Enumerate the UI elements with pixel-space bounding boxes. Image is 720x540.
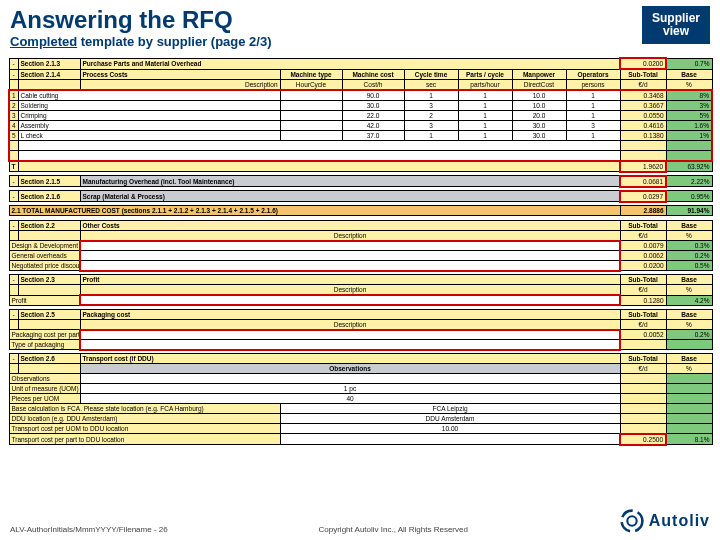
cell: 0.4616	[620, 121, 666, 131]
cell: 1	[458, 101, 512, 111]
section-label: Manufacturing Overhead (incl. Tool Maint…	[80, 176, 620, 187]
row-num: 1	[9, 90, 18, 101]
col-setup: Sub-Total	[620, 69, 666, 80]
col: Sub-Total	[620, 275, 666, 285]
svg-point-0	[621, 511, 642, 532]
unit: HourCycle	[280, 80, 342, 91]
section-id: Section 2.2	[18, 220, 80, 230]
section-total-label: 2.1 TOTAL MANUFACTURED COST (sections 2.…	[9, 205, 620, 215]
cell: 3	[404, 121, 458, 131]
section-id: Section 2.1.5	[18, 176, 80, 187]
col-cycle-time: Cycle time	[404, 69, 458, 80]
cell: 0.2500	[620, 434, 666, 445]
col: Sub-Total	[620, 354, 666, 364]
row-name: Transport cost per part to DDU location	[9, 434, 280, 445]
section-label: Scrap (Material & Process)	[80, 191, 620, 202]
cell: 42.0	[342, 121, 404, 131]
unit: sec	[404, 80, 458, 91]
cell: 1%	[666, 131, 712, 141]
section-label: Other Costs	[80, 220, 620, 230]
col: Description	[80, 319, 620, 330]
value: 0.0681	[620, 176, 666, 187]
cell: 20.0	[512, 111, 566, 121]
col: Base	[666, 354, 712, 364]
section-id: Section 2.5	[18, 309, 80, 319]
view-badge: Supplierview	[642, 6, 710, 44]
section-id: Section 2.6	[18, 354, 80, 364]
unit: €/d	[620, 80, 666, 91]
cell: 1	[566, 111, 620, 121]
cell: 0.3%	[666, 241, 712, 251]
spreadsheet: - Section 2.1.3 Purchase Parts and Mater…	[8, 57, 712, 446]
row-name: Unit of measure (UOM)	[9, 384, 80, 394]
cell: 3%	[666, 101, 712, 111]
col: Description	[80, 285, 620, 296]
section-id: Section 2.1.4	[18, 69, 80, 80]
cell: 5%	[666, 111, 712, 121]
col-base: Base	[666, 69, 712, 80]
cell: 10.0	[512, 101, 566, 111]
cell: 1	[404, 90, 458, 101]
page-title: Answering the RFQ	[0, 0, 720, 34]
cell: 0.3667	[620, 101, 666, 111]
section-label: Purchase Parts and Material Overhead	[80, 58, 620, 69]
cell: 30.0	[512, 131, 566, 141]
row-star: -	[9, 275, 18, 285]
cell: 0.0079	[620, 241, 666, 251]
row-name: Profit	[9, 295, 80, 305]
cell: 10.00	[280, 424, 620, 434]
cell: 1 pc	[80, 384, 620, 394]
value: 2.8886	[620, 205, 666, 215]
cell: 0.1280	[620, 295, 666, 305]
row-name: DDU location (e.g. DDU Amsterdam)	[9, 414, 280, 424]
cell: 0.5%	[666, 261, 712, 271]
row-name: Base calculation is FCA. Please state lo…	[9, 404, 280, 414]
cell: 1	[566, 131, 620, 141]
value: 0.0297	[620, 191, 666, 202]
cell: DDU Amsterdam	[280, 414, 620, 424]
unit: Cost/h	[342, 80, 404, 91]
cell: 1	[458, 121, 512, 131]
row-num: 5	[9, 131, 18, 141]
pct: 0.95%	[666, 191, 712, 202]
row-name: Transport cost per UOM to DDU location	[9, 424, 280, 434]
cell: 22.0	[342, 111, 404, 121]
section-label: Process Costs	[80, 69, 280, 80]
section-label: Transport cost (if DDU)	[80, 354, 620, 364]
row-star: -	[9, 309, 18, 319]
cell: 0.0062	[620, 251, 666, 261]
col-description: Description	[80, 230, 620, 241]
svg-point-1	[627, 516, 636, 525]
section-value: 0.0200	[620, 58, 666, 69]
cell: 1	[566, 101, 620, 111]
row-name: Assembly	[18, 121, 280, 131]
section-id: Section 2.1.3	[18, 58, 80, 69]
row-name: Crimping	[18, 111, 280, 121]
row-star: -	[9, 58, 18, 69]
cell: FCA Leipzig	[280, 404, 620, 414]
col: Base	[666, 309, 712, 319]
col-manpower: Manpower	[512, 69, 566, 80]
process-total-pct: 63.92%	[666, 161, 712, 172]
cell: 8%	[666, 90, 712, 101]
col: Observations	[80, 364, 620, 374]
cell: 0.0052	[620, 330, 666, 340]
units-desc: Description	[80, 80, 280, 91]
row-name: Soldering	[18, 101, 280, 111]
pct: 2.22%	[666, 176, 712, 187]
col-parts-cycle: Parts / cycle	[458, 69, 512, 80]
row-star: -	[9, 69, 18, 80]
row-name: Design & Development	[9, 241, 80, 251]
row-name: Type of packaging	[9, 340, 80, 350]
cell: 2	[404, 111, 458, 121]
row-star: -	[9, 191, 18, 202]
unit: parts/hour	[458, 80, 512, 91]
cell: 8.1%	[666, 434, 712, 445]
section-id: Section 2.1.6	[18, 191, 80, 202]
cell: 0.2%	[666, 251, 712, 261]
col-subtotal: Sub-Total	[620, 220, 666, 230]
logo-text: Autoliv	[649, 512, 710, 530]
cell: 0.2%	[666, 330, 712, 340]
row-star: -	[9, 176, 18, 187]
row-star: -	[9, 354, 18, 364]
